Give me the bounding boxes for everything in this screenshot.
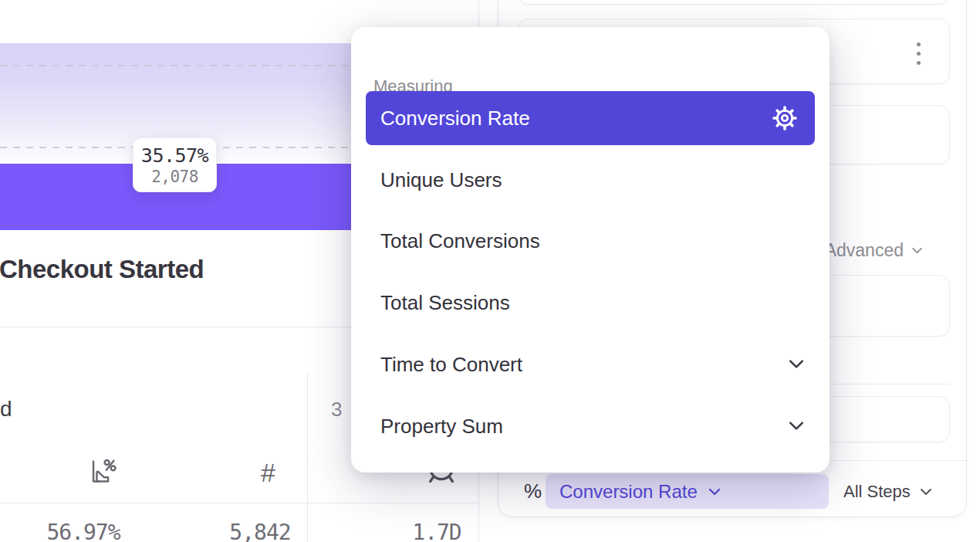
chevron-down-icon[interactable] xyxy=(788,421,805,431)
chevron-down-icon xyxy=(920,488,932,496)
menu-item-conversion-rate[interactable]: Conversion Rate xyxy=(366,91,815,145)
query-step-card-top[interactable] xyxy=(518,0,950,5)
measuring-dropdown-trigger[interactable]: Conversion Rate xyxy=(546,474,829,509)
funnel-report-page: 35.57% 2,078 Checkout Started d 3 # 56.9… xyxy=(0,0,980,542)
table-step-name-fragment: d xyxy=(0,397,12,422)
steps-selector[interactable]: All Steps xyxy=(843,474,932,509)
chevron-down-icon[interactable] xyxy=(788,359,805,369)
table-count-value: 5,842 xyxy=(200,520,320,542)
chevron-down-icon xyxy=(911,247,923,254)
advanced-toggle[interactable]: Advanced xyxy=(825,240,923,261)
table-conversion-rate-value: 56.97% xyxy=(23,520,144,542)
metric-type-indicator: % xyxy=(524,479,542,503)
menu-item-time-to-convert[interactable]: Time to Convert xyxy=(380,353,522,377)
menu-item-total-sessions[interactable]: Total Sessions xyxy=(380,291,510,315)
count-column-icon[interactable]: # xyxy=(261,458,275,488)
table-next-step-number: 3 xyxy=(331,398,342,422)
measuring-menu: Measuring Conversion Rate Unique Users xyxy=(351,27,830,473)
kebab-menu-icon[interactable] xyxy=(917,42,921,65)
conversion-rate-column-icon[interactable] xyxy=(87,457,117,486)
table-row-divider xyxy=(0,503,478,503)
menu-item-unique-users[interactable]: Unique Users xyxy=(380,168,502,192)
funnel-step-label: Checkout Started xyxy=(0,255,204,284)
gear-icon[interactable] xyxy=(772,105,798,131)
tooltip-conversion-rate: 35.57% xyxy=(141,144,208,167)
tooltip-count: 2,078 xyxy=(151,168,198,186)
table-column-divider xyxy=(307,373,308,542)
menu-item-property-sum[interactable]: Property Sum xyxy=(380,415,503,439)
measuring-dropdown-value: Conversion Rate xyxy=(559,481,698,503)
table-time-value: 1.7D xyxy=(377,520,497,542)
menu-item-total-conversions[interactable]: Total Conversions xyxy=(380,229,540,253)
advanced-label: Advanced xyxy=(825,240,904,261)
menu-item-label: Conversion Rate xyxy=(380,107,530,130)
chart-tooltip: 35.57% 2,078 xyxy=(133,137,217,192)
chevron-down-icon xyxy=(708,488,721,496)
steps-selector-value: All Steps xyxy=(843,482,911,502)
